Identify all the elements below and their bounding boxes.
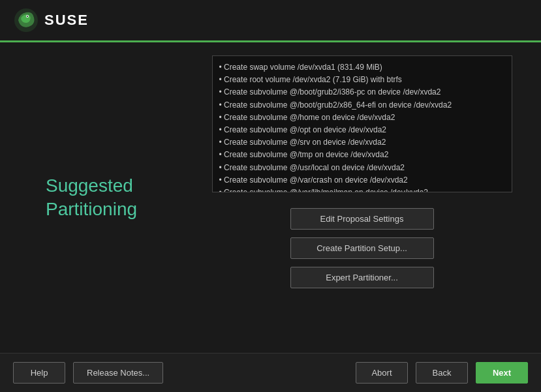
svg-point-2 <box>27 16 28 17</box>
bottom-right-buttons: Abort Back Next <box>356 362 528 384</box>
header: SUSE <box>0 0 541 42</box>
list-item: • Create subvolume @/usr/local on device… <box>219 162 505 174</box>
list-item: • Create subvolume @/boot/grub2/x86_64-e… <box>219 99 505 112</box>
edit-proposal-button[interactable]: Edit Proposal Settings <box>290 208 434 230</box>
main-content: Suggested Partitioning • Create swap vol… <box>0 42 541 353</box>
help-button[interactable]: Help <box>13 362 65 384</box>
logo: SUSE <box>13 7 89 33</box>
create-partition-button[interactable]: Create Partition Setup... <box>290 237 434 259</box>
bottom-bar: Help Release Notes... Abort Back Next <box>0 353 541 392</box>
list-item: • Create subvolume @/var/crash on device… <box>219 174 505 187</box>
section-title: Suggested Partitioning <box>46 174 137 222</box>
section-title-line1: Suggested <box>46 175 133 196</box>
section-title-line2: Partitioning <box>46 199 137 219</box>
list-item: • Create root volume /dev/xvda2 (7.19 Gi… <box>219 74 505 86</box>
suse-logo-icon <box>13 7 39 33</box>
list-item: • Create subvolume @/var/lib/mailman on … <box>219 187 505 192</box>
back-button[interactable]: Back <box>416 362 468 384</box>
abort-button[interactable]: Abort <box>356 362 408 384</box>
list-item: • Create swap volume /dev/xvda1 (831.49 … <box>219 61 505 74</box>
list-item: • Create subvolume @/opt on device /dev/… <box>219 124 505 136</box>
action-buttons-group: Edit Proposal Settings Create Partition … <box>290 208 434 288</box>
logo-text: SUSE <box>44 12 89 29</box>
bottom-left-buttons: Help Release Notes... <box>13 362 163 384</box>
left-panel: Suggested Partitioning <box>0 42 183 353</box>
release-notes-button[interactable]: Release Notes... <box>73 362 163 384</box>
list-item: • Create subvolume @/boot/grub2/i386-pc … <box>219 86 505 98</box>
expert-partitioner-button[interactable]: Expert Partitioner... <box>290 267 434 288</box>
list-item: • Create subvolume @/tmp on device /dev/… <box>219 149 505 161</box>
partitioning-list[interactable]: • Create swap volume /dev/xvda1 (831.49 … <box>212 55 512 192</box>
right-panel: • Create swap volume /dev/xvda1 (831.49 … <box>183 42 541 353</box>
list-item: • Create subvolume @/srv on device /dev/… <box>219 136 505 149</box>
list-item: • Create subvolume @/home on device /dev… <box>219 112 505 124</box>
next-button[interactable]: Next <box>476 362 528 384</box>
